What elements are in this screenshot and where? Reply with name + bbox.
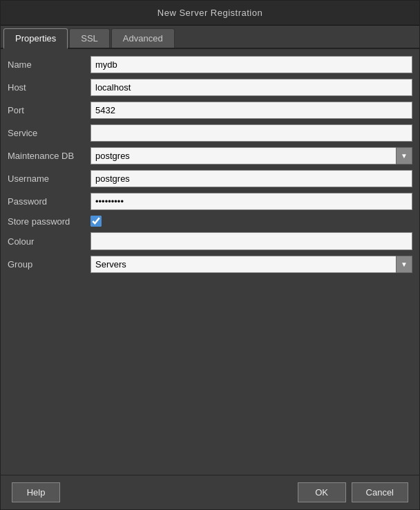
username-label: Username [8,173,90,184]
service-label: Service [8,128,90,138]
group-label: Group [8,259,90,270]
name-label: Name [8,59,90,70]
maintenance-db-label: Maintenance DB [8,151,90,161]
store-password-row: Store password [8,216,412,227]
colour-input[interactable] [90,232,412,250]
host-input[interactable] [90,79,412,96]
password-label: Password [8,196,90,207]
group-select[interactable]: Servers [90,256,412,273]
tab-advanced[interactable]: Advanced [111,28,175,48]
dialog: New Server Registration Properties SSL A… [0,0,420,510]
store-password-checkbox[interactable] [90,216,102,227]
port-label: Port [8,105,90,115]
name-row: Name [8,56,412,73]
password-row: Password [8,193,412,210]
tab-properties[interactable]: Properties [3,28,68,49]
username-row: Username [8,170,412,187]
host-row: Host [8,79,412,96]
maintenance-db-row: Maintenance DB postgres template1 templa… [8,147,412,164]
tab-bar: Properties SSL Advanced [1,26,419,49]
tab-ssl[interactable]: SSL [69,28,110,48]
maintenance-db-select-wrapper: postgres template1 template0 ▼ [90,147,412,164]
service-row: Service [8,124,412,142]
store-password-checkbox-wrapper [90,216,102,227]
service-input[interactable] [90,124,412,142]
maintenance-db-select[interactable]: postgres template1 template0 [90,147,412,164]
dialog-title: New Server Registration [1,1,419,26]
form-content: Name Host Port Service Maintenance DB po… [1,49,419,475]
host-label: Host [8,82,90,93]
footer: Help OK Cancel [1,475,419,509]
port-row: Port [8,102,412,119]
name-input[interactable] [90,56,412,73]
group-row: Group Servers ▼ [8,256,412,273]
username-input[interactable] [90,170,412,187]
colour-label: Colour [8,236,90,247]
group-select-wrapper: Servers ▼ [90,256,412,273]
port-input[interactable] [90,102,412,119]
help-button[interactable]: Help [12,482,60,502]
password-input[interactable] [90,193,412,210]
colour-row: Colour [8,232,412,250]
ok-button[interactable]: OK [298,482,346,502]
cancel-button[interactable]: Cancel [352,482,408,502]
ok-cancel-group: OK Cancel [298,482,408,502]
store-password-label: Store password [8,216,90,227]
